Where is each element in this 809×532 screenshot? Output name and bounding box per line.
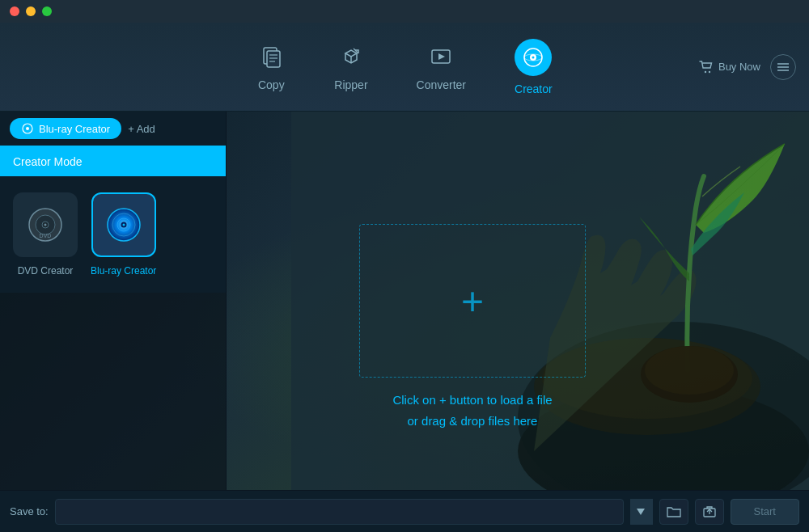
svg-point-13: [709, 70, 710, 72]
svg-point-10: [532, 56, 535, 58]
svg-rect-1: [267, 51, 280, 67]
save-to-input[interactable]: [55, 499, 624, 525]
dvd-creator-label: DVD Creator: [18, 265, 74, 277]
minimize-button[interactable]: [26, 6, 36, 16]
dvd-creator-icon: DVD: [13, 192, 78, 257]
footer-bar: Save to: Start: [0, 490, 809, 532]
svg-point-25: [26, 127, 29, 130]
header-right-controls: Buy Now: [699, 54, 796, 80]
nav-item-copy[interactable]: Copy: [256, 43, 286, 91]
drop-plus-icon: +: [461, 279, 484, 323]
buy-now-button[interactable]: Buy Now: [699, 61, 760, 74]
dvd-creator-item[interactable]: DVD DVD Creator: [13, 192, 78, 277]
save-to-label: Save to:: [10, 505, 49, 517]
add-button-label: + Add: [128, 123, 155, 135]
menu-button[interactable]: [770, 54, 796, 80]
creator-mode-header: Creator Mode: [0, 147, 226, 176]
sidebar: Blu-ray Creator + Add Creator Mode DVD: [0, 112, 227, 490]
sidebar-add-button[interactable]: + Add: [128, 123, 155, 135]
svg-point-23: [645, 346, 734, 395]
title-bar: [0, 0, 809, 23]
svg-marker-7: [438, 53, 445, 60]
bluray-creator-item[interactable]: Blu-ray Creator: [91, 192, 156, 277]
save-to-dropdown-button[interactable]: [630, 499, 653, 525]
bluray-creator-label: Blu-ray Creator: [91, 265, 156, 277]
svg-point-29: [44, 224, 47, 226]
drop-text-line1: Click on + button to load a file: [359, 390, 586, 411]
open-folder-button[interactable]: [659, 499, 688, 525]
ripper-icon: [337, 43, 366, 72]
nav-converter-label: Converter: [417, 78, 466, 91]
nav-item-ripper[interactable]: Ripper: [334, 43, 367, 91]
buy-now-label: Buy Now: [718, 61, 760, 73]
maximize-button[interactable]: [42, 6, 52, 16]
creator-mode-label: Creator Mode: [13, 155, 83, 168]
svg-point-35: [122, 224, 125, 226]
creator-items-list: DVD DVD Creator: [0, 176, 226, 293]
drop-zone[interactable]: +: [359, 224, 586, 378]
svg-marker-37: [637, 509, 645, 515]
close-button[interactable]: [10, 6, 19, 16]
nav-copy-label: Copy: [258, 78, 285, 91]
header-nav: Copy Ripper Converter: [0, 23, 809, 112]
creator-active-bg: [515, 39, 552, 76]
sidebar-tabs: Blu-ray Creator + Add: [0, 112, 226, 147]
nav-creator-label: Creator: [515, 82, 553, 95]
drop-zone-text: Click on + button to load a file or drag…: [359, 390, 586, 431]
nav-item-converter[interactable]: Converter: [417, 43, 466, 91]
start-button[interactable]: Start: [731, 499, 799, 525]
drop-text-line2: or drag & drop files here: [359, 411, 586, 432]
bluray-creator-icon: [91, 192, 156, 257]
sidebar-tab-bluray[interactable]: Blu-ray Creator: [10, 118, 121, 139]
main-content: Blu-ray Creator + Add Creator Mode DVD: [0, 112, 809, 490]
copy-icon: [256, 43, 286, 72]
converter-icon: [426, 43, 455, 72]
nav-ripper-label: Ripper: [334, 78, 367, 91]
svg-text:DVD: DVD: [40, 233, 52, 239]
share-button[interactable]: [695, 499, 724, 525]
svg-point-12: [705, 70, 706, 72]
sidebar-tab-label: Blu-ray Creator: [39, 123, 110, 135]
nav-item-creator[interactable]: Creator: [515, 39, 553, 95]
